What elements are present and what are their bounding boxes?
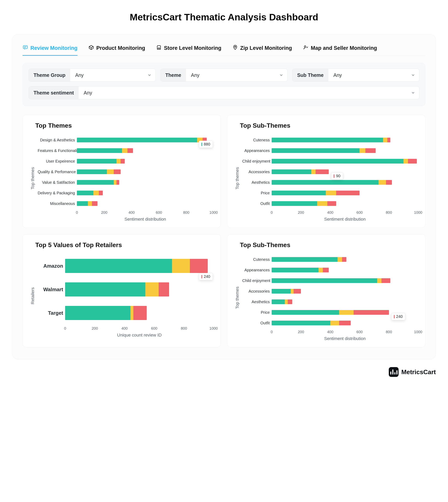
bar-segment-positive[interactable] xyxy=(77,169,107,174)
tab-product-monitoring[interactable]: Product Monitoring xyxy=(88,43,145,56)
stacked-bar[interactable] xyxy=(272,180,392,185)
bar-segment-positive[interactable] xyxy=(272,257,337,262)
stacked-bar[interactable] xyxy=(272,299,292,304)
bar-segment-negative[interactable] xyxy=(99,191,103,195)
stacked-bar[interactable] xyxy=(77,169,121,174)
bar-segment-neutral[interactable] xyxy=(172,259,190,273)
filter-sub-theme[interactable]: Sub Theme Any xyxy=(292,69,419,82)
bar-segment-positive[interactable] xyxy=(77,138,197,142)
bar-segment-positive[interactable] xyxy=(272,299,285,304)
stacked-bar[interactable] xyxy=(77,180,119,185)
bar-segment-negative[interactable] xyxy=(133,306,147,320)
bar-segment-neutral[interactable] xyxy=(403,159,408,164)
bar-segment-positive[interactable] xyxy=(272,278,377,283)
bar-segment-neutral[interactable] xyxy=(311,169,316,174)
stacked-bar[interactable] xyxy=(272,201,336,206)
tab-review-monitoring[interactable]: Review Monitoring xyxy=(23,43,78,56)
bar-segment-neutral[interactable] xyxy=(130,306,133,320)
bar-segment-negative[interactable] xyxy=(408,159,417,164)
stacked-bar[interactable] xyxy=(272,138,390,142)
bar-segment-neutral[interactable] xyxy=(326,191,336,195)
bar-segment-neutral[interactable] xyxy=(319,268,323,272)
bar-segment-negative[interactable] xyxy=(386,180,392,185)
bar-segment-positive[interactable] xyxy=(77,159,116,164)
bar-segment-neutral[interactable] xyxy=(114,180,116,185)
bar-segment-positive[interactable] xyxy=(272,138,383,142)
bar-segment-neutral[interactable] xyxy=(379,180,386,185)
stacked-bar[interactable] xyxy=(272,169,329,174)
bar-segment-neutral[interactable] xyxy=(285,299,288,304)
bar-segment-negative[interactable] xyxy=(354,310,389,315)
bar-segment-positive[interactable] xyxy=(272,321,330,325)
bar-segment-positive[interactable] xyxy=(272,201,317,206)
stacked-bar[interactable] xyxy=(272,257,346,262)
stacked-bar[interactable] xyxy=(77,138,207,142)
stacked-bar[interactable] xyxy=(272,191,360,195)
stacked-bar[interactable] xyxy=(272,148,376,153)
bar-segment-negative[interactable] xyxy=(316,169,329,174)
bar-segment-positive[interactable] xyxy=(272,159,403,164)
bar-segment-negative[interactable] xyxy=(327,201,336,206)
tab-store-level-monitoring[interactable]: Store Level Monitoring xyxy=(156,43,222,56)
bar-segment-positive[interactable] xyxy=(272,180,379,185)
stacked-bar[interactable] xyxy=(77,191,103,195)
bar-segment-negative[interactable] xyxy=(288,299,292,304)
tab-zip-level-monitoring[interactable]: Zip Level Monitoring xyxy=(232,43,292,56)
bar-segment-negative[interactable] xyxy=(339,321,351,325)
stacked-bar[interactable] xyxy=(272,159,417,164)
bar-segment-neutral[interactable] xyxy=(93,191,99,195)
bar-segment-positive[interactable] xyxy=(77,201,88,206)
bar-segment-negative[interactable] xyxy=(366,148,376,153)
stacked-bar[interactable] xyxy=(77,201,97,206)
stacked-bar[interactable] xyxy=(272,310,389,315)
bar-segment-negative[interactable] xyxy=(382,278,390,283)
bar-segment-negative[interactable] xyxy=(336,191,360,195)
filter-theme[interactable]: Theme Any xyxy=(160,69,288,82)
bar-segment-positive[interactable] xyxy=(272,148,360,153)
stacked-bar[interactable] xyxy=(65,282,169,297)
bar-segment-positive[interactable] xyxy=(272,191,326,195)
bar-segment-neutral[interactable] xyxy=(317,201,327,206)
bar-segment-positive[interactable] xyxy=(272,268,319,272)
bar-segment-neutral[interactable] xyxy=(383,138,387,142)
bar-segment-positive[interactable] xyxy=(65,306,130,320)
bar-segment-positive[interactable] xyxy=(65,282,145,297)
stacked-bar[interactable] xyxy=(65,306,147,320)
bar-segment-neutral[interactable] xyxy=(330,321,339,325)
bar-segment-negative[interactable] xyxy=(92,201,97,206)
bar-segment-positive[interactable] xyxy=(272,289,291,294)
bar-segment-negative[interactable] xyxy=(342,257,346,262)
stacked-bar[interactable] xyxy=(272,321,351,325)
bar-segment-neutral[interactable] xyxy=(339,310,354,315)
bar-segment-negative[interactable] xyxy=(121,159,125,164)
bar-segment-positive[interactable] xyxy=(272,310,339,315)
stacked-bar[interactable] xyxy=(272,278,390,283)
bar-segment-positive[interactable] xyxy=(65,259,172,273)
bar-segment-negative[interactable] xyxy=(114,169,121,174)
bar-segment-negative[interactable] xyxy=(128,148,133,153)
bar-segment-positive[interactable] xyxy=(77,191,93,195)
bar-segment-neutral[interactable] xyxy=(122,148,128,153)
bar-segment-positive[interactable] xyxy=(77,180,114,185)
bar-segment-negative[interactable] xyxy=(190,259,208,273)
bar-segment-neutral[interactable] xyxy=(377,278,382,283)
stacked-bar[interactable] xyxy=(65,259,208,273)
bar-segment-positive[interactable] xyxy=(272,169,311,174)
bar-segment-neutral[interactable] xyxy=(360,148,366,153)
bar-segment-negative[interactable] xyxy=(116,180,119,185)
bar-segment-negative[interactable] xyxy=(159,282,169,297)
bar-segment-neutral[interactable] xyxy=(116,159,121,164)
tab-map-seller-monitoring[interactable]: Map and Seller Monitoring xyxy=(303,43,377,56)
bar-segment-neutral[interactable] xyxy=(145,282,159,297)
stacked-bar[interactable] xyxy=(77,159,125,164)
filter-theme-group[interactable]: Theme Group Any xyxy=(29,69,156,82)
bar-segment-negative[interactable] xyxy=(387,138,390,142)
stacked-bar[interactable] xyxy=(272,289,301,294)
bar-segment-positive[interactable] xyxy=(77,148,122,153)
bar-segment-neutral[interactable] xyxy=(337,257,342,262)
bar-segment-neutral[interactable] xyxy=(88,201,92,206)
stacked-bar[interactable] xyxy=(77,148,133,153)
bar-segment-negative[interactable] xyxy=(323,268,329,272)
bar-segment-neutral[interactable] xyxy=(291,289,294,294)
bar-segment-negative[interactable] xyxy=(294,289,301,294)
